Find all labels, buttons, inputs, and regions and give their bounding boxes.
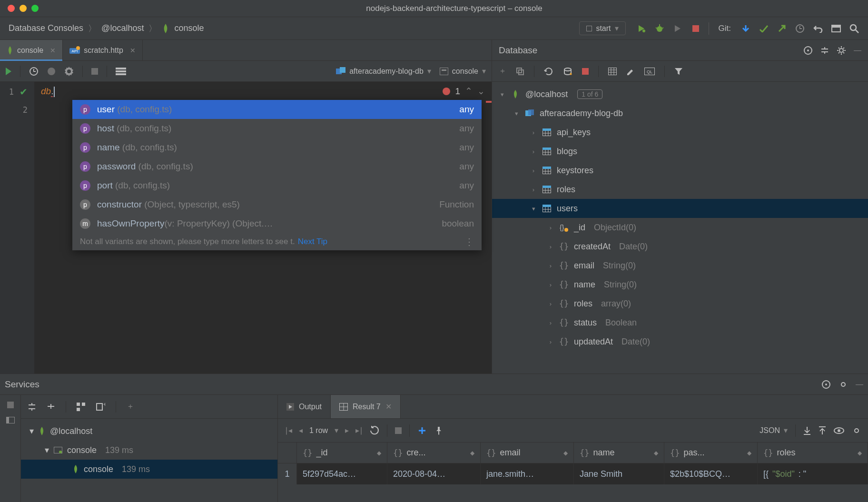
first-page-icon[interactable]: ∣◂ <box>285 426 292 435</box>
grid-data-row[interactable]: 1 5f297d54ac… 2020-08-04… jane.smith… Ja… <box>278 463 868 484</box>
tree-schema-node[interactable]: ▾ afteracademy-blog-db <box>492 104 868 123</box>
next-page-icon[interactable]: ▸ <box>345 426 349 435</box>
add-service-icon[interactable]: ＋ <box>127 402 134 412</box>
tree-column-node[interactable]: › {} createdAt Date(0) <box>492 237 868 256</box>
gear-icon[interactable] <box>838 380 848 389</box>
duplicate-icon[interactable] <box>516 67 524 76</box>
filter-services-icon[interactable]: + <box>96 403 105 411</box>
export-down-icon[interactable] <box>803 426 811 435</box>
run-button[interactable] <box>636 23 647 34</box>
tree-table-node[interactable]: ▾ users <box>492 199 868 218</box>
breadcrumb-host[interactable]: @localhost <box>101 23 144 33</box>
expand-icon[interactable]: › <box>530 129 537 136</box>
close-tab-icon[interactable]: ✕ <box>130 47 136 54</box>
target-icon[interactable] <box>803 46 813 55</box>
undo-button[interactable] <box>813 23 823 34</box>
explain-button[interactable] <box>47 67 56 76</box>
refresh-icon[interactable] <box>544 67 553 76</box>
tree-column-node[interactable]: › {} name String(0) <box>492 275 868 294</box>
column-header-createdat[interactable]: {}cre...◆ <box>387 443 481 463</box>
tree-column-node[interactable]: › {} email String(0) <box>492 256 868 275</box>
datasource-selector[interactable]: afteracademy-blog-db <box>336 67 431 76</box>
minimize-window-button[interactable] <box>20 5 27 12</box>
expand-icon[interactable]: ▾ <box>499 91 505 98</box>
expand-icon[interactable]: ▾ <box>30 426 34 436</box>
expand-icon[interactable]: ▾ <box>45 445 49 455</box>
tree-table-node[interactable]: › api_keys <box>492 123 868 142</box>
output-tab[interactable]: Output <box>278 395 331 418</box>
close-window-button[interactable] <box>8 5 15 12</box>
column-header-id[interactable]: {}_id◆ <box>297 443 387 463</box>
expand-icon[interactable]: › <box>530 167 537 174</box>
maximize-window-button[interactable] <box>31 5 39 12</box>
view-button[interactable] <box>116 68 126 75</box>
breadcrumb-console[interactable]: console <box>174 23 204 33</box>
execute-button[interactable] <box>6 68 11 75</box>
service-root-node[interactable]: ▾ @localhost <box>21 422 277 441</box>
tree-table-node[interactable]: › roles <box>492 180 868 199</box>
tree-table-node[interactable]: › keystores <box>492 161 868 180</box>
sync-icon[interactable] <box>563 67 572 76</box>
cell-email[interactable]: jane.smith… <box>481 463 574 484</box>
add-row-icon[interactable] <box>417 426 427 435</box>
prev-error-icon[interactable]: ⌃ <box>465 86 473 97</box>
collapse-all-icon[interactable] <box>47 403 55 411</box>
run-config-selector[interactable]: start <box>579 21 625 35</box>
tree-datasource-node[interactable]: ▾ @localhost 1 of 6 <box>492 85 868 104</box>
column-header-password[interactable]: {}pas...◆ <box>664 443 758 463</box>
expand-icon[interactable]: › <box>547 243 554 250</box>
minimize-panel-icon[interactable]: — <box>856 380 863 389</box>
service-query-node[interactable]: console 139 ms <box>21 460 277 479</box>
git-push-button[interactable] <box>777 23 787 34</box>
expand-icon[interactable]: › <box>547 224 554 231</box>
expand-icon[interactable]: › <box>530 186 537 193</box>
expand-icon[interactable]: ▾ <box>513 110 520 117</box>
completion-item[interactable]: p constructor (Object, typescript, es5) … <box>72 195 482 214</box>
completion-item[interactable]: p host (db, config.ts) any <box>72 119 482 138</box>
eye-icon[interactable] <box>834 427 844 434</box>
kebab-menu-icon[interactable]: ⋮ <box>464 236 474 247</box>
tree-table-node[interactable]: › blogs <box>492 142 868 161</box>
expand-icon[interactable]: ▾ <box>530 205 537 212</box>
stop-button[interactable] <box>690 23 701 34</box>
tree-column-node[interactable]: › {} roles array(0) <box>492 294 868 313</box>
completion-item[interactable]: p password (db, config.ts) any <box>72 157 482 176</box>
table-view-icon[interactable] <box>608 68 617 75</box>
code-editor[interactable]: db. 1 ⌃ ⌄ p user (db, config.ts) anyp ho… <box>34 82 492 374</box>
editor-tab-scratch[interactable]: API scratch.http ✕ <box>63 40 143 60</box>
history-button[interactable] <box>29 67 39 76</box>
editor-tab-console[interactable]: console ✕ <box>0 40 63 60</box>
git-history-button[interactable] <box>795 23 805 34</box>
gear-icon[interactable] <box>852 426 861 435</box>
tree-column-node[interactable]: › {} updatedAt Date(0) <box>492 332 868 351</box>
error-stripe[interactable] <box>486 101 492 103</box>
pin-icon[interactable] <box>434 426 443 435</box>
last-page-icon[interactable]: ▸∣ <box>355 426 363 435</box>
coverage-button[interactable] <box>672 23 683 34</box>
collapse-icon[interactable] <box>820 46 829 55</box>
next-error-icon[interactable]: ⌄ <box>477 86 485 97</box>
completion-next-tip-link[interactable]: Next Tip <box>298 237 327 246</box>
close-tab-icon[interactable]: ✕ <box>385 402 392 411</box>
reload-icon[interactable] <box>370 426 379 435</box>
view-format-selector[interactable]: JSON <box>760 426 788 435</box>
cell-password[interactable]: $2b$10$BCQ… <box>664 463 758 484</box>
tree-column-node[interactable]: › {} _id ObjectId(0) <box>492 218 868 237</box>
debug-button[interactable] <box>654 23 665 34</box>
column-header-email[interactable]: {}email◆ <box>481 443 574 463</box>
git-pull-button[interactable] <box>740 23 751 34</box>
prev-page-icon[interactable]: ◂ <box>299 426 303 435</box>
expand-all-icon[interactable] <box>28 403 36 411</box>
cell-createdat[interactable]: 2020-08-04… <box>387 463 481 484</box>
column-header-name[interactable]: {}name◆ <box>574 443 664 463</box>
expand-icon[interactable]: › <box>547 262 554 269</box>
service-session-node[interactable]: ▾ console 139 ms <box>21 441 277 460</box>
expand-icon[interactable]: › <box>547 281 554 288</box>
page-info[interactable]: 1 row <box>309 426 328 435</box>
edit-icon[interactable] <box>626 67 635 76</box>
expand-icon[interactable]: › <box>530 148 537 155</box>
gear-icon[interactable] <box>837 46 846 55</box>
sql-icon[interactable]: QL <box>644 68 655 75</box>
ide-settings-button[interactable] <box>831 23 841 34</box>
expand-icon[interactable]: › <box>547 319 554 326</box>
